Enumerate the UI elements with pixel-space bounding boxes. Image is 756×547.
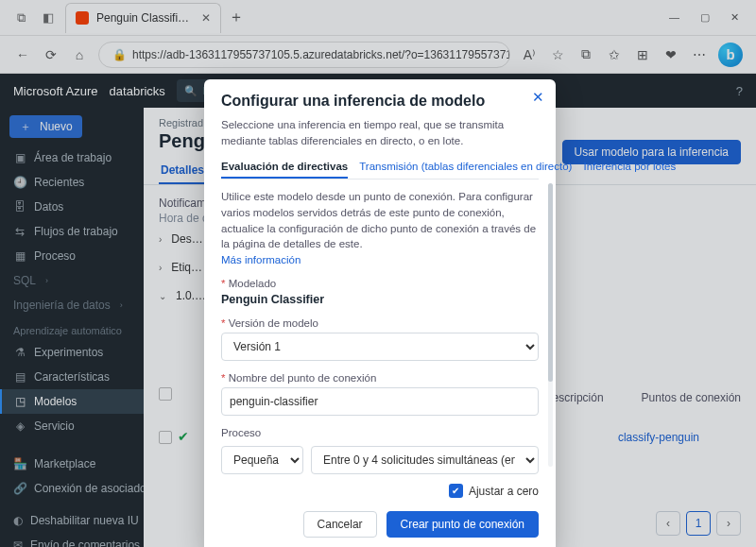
modal-tab-streaming[interactable]: Transmisión (tablas diferenciales en dir… [359, 156, 572, 179]
create-endpoint-button[interactable]: Crear punto de conexión [387, 511, 539, 538]
modal-tab-policy[interactable]: Evaluación de directivas [221, 156, 348, 179]
modal-scrollbar[interactable] [548, 183, 553, 467]
select-compute-size[interactable]: Pequeña [221, 446, 303, 474]
value-model: Penguin Classifier [221, 293, 539, 306]
label-version: * Versión de modelo [221, 317, 539, 329]
label-endpoint-name: * Nombre del punto de conexión [221, 372, 539, 384]
more-info-link[interactable]: Más información [221, 254, 301, 265]
modal-title: Configurar una inferencia de modelo [221, 93, 539, 110]
label-compute: Proceso [221, 427, 539, 438]
checkbox-scale-to-zero[interactable]: ✔ [449, 484, 463, 498]
modal-tabs: Evaluación de directivas Transmisión (ta… [221, 156, 539, 179]
select-compute-desc[interactable]: Entre 0 y 4 solicitudes simultáneas (ent… [311, 446, 539, 474]
close-icon[interactable]: ✕ [532, 89, 544, 106]
input-endpoint-name[interactable] [221, 387, 539, 416]
scrollbar-thumb[interactable] [548, 183, 553, 382]
label-scale-to-zero: Ajustar a cero [469, 485, 539, 498]
select-version[interactable]: Versión 1 [221, 333, 539, 361]
cancel-button[interactable]: Cancelar [303, 511, 377, 538]
configure-inference-modal: ✕ Configurar una inferencia de modelo Se… [204, 79, 556, 547]
modal-description: Utilice este modelo desde un punto de co… [221, 189, 539, 252]
modal-subtitle: Seleccione una inferencia en tiempo real… [221, 117, 539, 148]
label-model: * Modelado [221, 278, 539, 289]
modal-tab-batch[interactable]: Inferencia por lotes [583, 156, 676, 179]
